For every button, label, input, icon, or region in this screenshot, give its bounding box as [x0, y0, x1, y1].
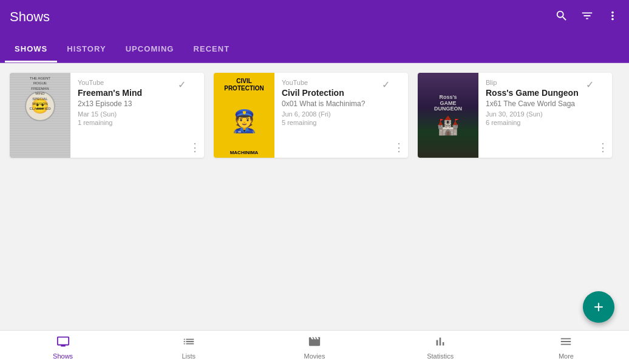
tab-history[interactable]: HISTORY	[57, 37, 115, 62]
date-dungeon: Jun 30, 2019 (Sun)	[486, 110, 605, 118]
card-freeman: 😐 THE AGENTROGUEFREEMANMINDSPECIALMISSIO…	[10, 73, 204, 158]
nav-more[interactable]: More	[503, 335, 629, 360]
cards-row: 😐 THE AGENTROGUEFREEMANMINDSPECIALMISSIO…	[10, 73, 619, 158]
nav-movies[interactable]: Movies	[251, 335, 377, 360]
date-freeman: Mar 15 (Sun)	[78, 110, 197, 118]
nav-more-label: More	[559, 352, 574, 360]
thumbnail-freeman: 😐 THE AGENTROGUEFREEMANMINDSPECIALMISSIO…	[10, 73, 70, 158]
check-icon-dungeon[interactable]: ✓	[586, 79, 594, 90]
nav-shows-icon	[56, 335, 70, 351]
nav-shows[interactable]: Shows	[0, 335, 126, 360]
tab-upcoming[interactable]: UPCOMING	[116, 37, 184, 62]
remaining-dungeon: 6 remaining	[486, 119, 605, 126]
remaining-civil: 5 remaining	[282, 119, 401, 126]
check-icon-civil[interactable]: ✓	[382, 79, 390, 90]
nav-statistics[interactable]: Statistics	[378, 335, 503, 360]
app-title: Shows	[10, 9, 50, 25]
top-bar: Shows	[0, 0, 629, 34]
nav-lists-label: Lists	[182, 352, 195, 360]
search-icon[interactable]	[555, 9, 568, 25]
tab-recent[interactable]: RECENT	[184, 37, 240, 62]
card-dungeon: Ross'sGAMEDUNGEON 🏰 Blip Ross's Game Dun…	[418, 73, 612, 158]
nav-shows-label: Shows	[53, 352, 73, 360]
nav-statistics-label: Statistics	[427, 352, 454, 360]
overflow-menu-icon[interactable]	[606, 9, 619, 25]
episode-freeman: 2x13 Episode 13	[78, 99, 197, 108]
nav-statistics-icon	[433, 335, 447, 351]
more-icon-civil[interactable]: ⋮	[393, 142, 404, 153]
more-icon-freeman[interactable]: ⋮	[189, 142, 200, 153]
card-civil: CIVILPROTECTION 👮 MACHINIMA YouTube Civi…	[214, 73, 408, 158]
remaining-freeman: 1 remaining	[78, 119, 197, 126]
nav-more-icon	[559, 335, 573, 351]
more-icon-dungeon[interactable]: ⋮	[597, 142, 608, 153]
top-bar-actions	[555, 9, 619, 25]
fab-add-button[interactable]: +	[583, 291, 614, 323]
nav-lists[interactable]: Lists	[126, 335, 251, 360]
check-icon-freeman[interactable]: ✓	[178, 79, 186, 90]
filter-icon[interactable]	[580, 9, 594, 25]
thumbnail-civil: CIVILPROTECTION 👮 MACHINIMA	[214, 73, 274, 158]
tab-shows[interactable]: SHOWS	[5, 37, 57, 62]
episode-civil: 0x01 What is Machinima?	[282, 99, 401, 108]
nav-movies-icon	[308, 335, 321, 351]
nav-movies-label: Movies	[304, 352, 325, 360]
bottom-nav: Shows Lists Movies Statistics More	[0, 330, 629, 364]
date-civil: Jun 6, 2008 (Fri)	[282, 110, 401, 118]
episode-dungeon: 1x61 The Cave World Saga	[486, 99, 605, 108]
nav-lists-icon	[182, 335, 195, 351]
main-content: 😐 THE AGENTROGUEFREEMANMINDSPECIALMISSIO…	[0, 63, 629, 330]
thumbnail-dungeon: Ross'sGAMEDUNGEON 🏰	[418, 73, 478, 158]
tab-bar: SHOWS HISTORY UPCOMING RECENT	[0, 34, 629, 63]
